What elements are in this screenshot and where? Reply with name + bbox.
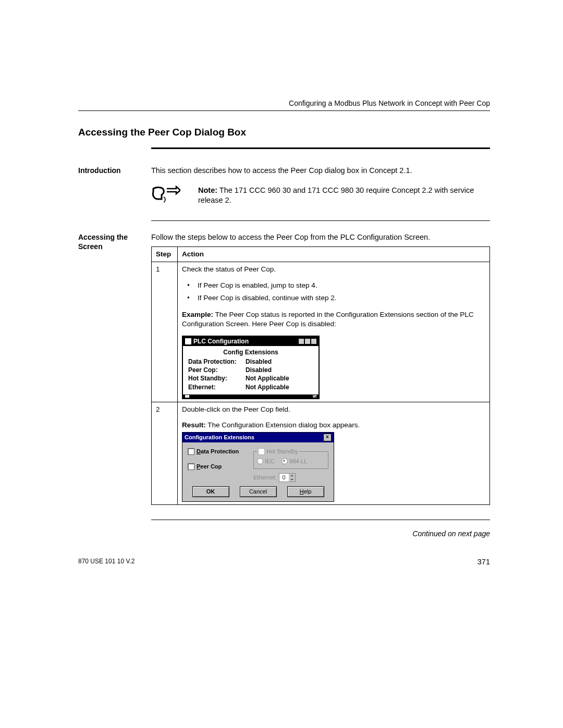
step2-result: Result: The Configuration Extension dial… — [182, 421, 485, 430]
header-chapter: Configuring a Modbus Plus Network in Con… — [78, 99, 490, 107]
checkbox-data-protection[interactable]: Data Protection — [188, 448, 245, 455]
plc-key: Peer Cop: — [188, 366, 246, 374]
result-text: The Configuration Extension dialog box a… — [207, 421, 360, 429]
checkbox-icon — [188, 448, 194, 455]
close-icon[interactable]: × — [323, 434, 332, 441]
plc-row: Ethernet: Not Applicable — [188, 383, 313, 391]
radio-icon — [282, 458, 288, 464]
ethernet-value: 0 — [279, 474, 289, 482]
example-text: The Peer Cop status is reported in the C… — [182, 311, 474, 328]
plc-val: Disabled — [246, 357, 272, 366]
step1-line1: Check the status of Peer Cop. — [182, 265, 485, 274]
config-extensions-dialog: Configuration Extensions × Data Prot — [182, 432, 334, 501]
plc-config-window: PLC Configuration Config Extensions Data… — [182, 336, 320, 399]
plc-footer-bar — [183, 394, 319, 398]
radio-iec[interactable]: IEC — [257, 458, 274, 465]
hot-standby-label: Hot Standby — [266, 448, 298, 455]
ethernet-spinner[interactable]: 0 — [279, 473, 296, 482]
plc-key: Data Protection: — [188, 357, 246, 366]
plc-val: Not Applicable — [246, 374, 289, 382]
ok-button[interactable]: OK — [192, 486, 229, 497]
table-row: 1 Check the status of Peer Cop. If Peer … — [152, 262, 490, 402]
header-rule — [78, 110, 490, 111]
help-button[interactable]: Help — [287, 486, 324, 497]
checkbox-label: Peer Cop — [197, 463, 222, 471]
spinner-buttons[interactable] — [289, 474, 295, 482]
step2-num: 2 — [152, 402, 178, 504]
checkbox-label: Data Protection — [197, 448, 239, 455]
plc-row: Peer Cop: Disabled — [188, 366, 313, 374]
plc-key: Ethernet: — [188, 383, 246, 391]
plc-val: Disabled — [246, 366, 272, 374]
note-label: Note: — [198, 186, 217, 194]
dialog-titlebar[interactable]: Configuration Extensions × — [182, 433, 334, 442]
step1-bullet1: If Peer Cop is enabled, jump to step 4. — [182, 281, 485, 290]
ethernet-label: Ethernet: — [253, 474, 277, 482]
steps-table: Step Action 1 Check the status of Peer C… — [151, 246, 490, 504]
radio-icon — [257, 458, 263, 464]
plc-row: Data Protection: Disabled — [188, 357, 313, 366]
step2-line1: Double-click on the Peer Cop field. — [182, 405, 485, 414]
window-controls — [299, 339, 316, 344]
result-label: Result: — [182, 421, 206, 429]
access-lead: Follow the steps below to access the Pee… — [151, 232, 490, 243]
plc-titlebar: PLC Configuration — [183, 337, 319, 346]
radio-label: IEC — [265, 458, 274, 465]
example-label: Example: — [182, 311, 213, 318]
footer-page: 371 — [478, 558, 490, 566]
footer-doc: 870 USE 101 10 V.2 — [78, 558, 134, 566]
window-icon — [185, 338, 191, 344]
plc-val: Not Applicable — [246, 383, 289, 391]
continued-text: Continued on next page — [78, 529, 490, 538]
plc-subtitle: Config Extensions — [188, 348, 313, 356]
intro-text: This section describes how to access the… — [151, 166, 490, 176]
note-icon — [151, 186, 182, 203]
step1-num: 1 — [152, 262, 178, 402]
note-body: The 171 CCC 960 30 and 171 CCC 980 30 re… — [198, 186, 474, 205]
radio-label: 984 LL — [289, 458, 307, 465]
plc-row: Hot Standby: Not Applicable — [188, 374, 313, 382]
dialog-title-text: Configuration Extensions — [185, 434, 254, 441]
checkbox-icon — [258, 448, 265, 455]
checkbox-peer-cop[interactable]: Peer Cop — [188, 463, 245, 471]
plc-title-text: PLC Configuration — [193, 337, 249, 346]
col-step: Step — [152, 247, 178, 262]
title-underline — [151, 147, 490, 149]
ethernet-row: Ethernet: 0 — [253, 473, 328, 482]
note-text-block: Note: The 171 CCC 960 30 and 171 CCC 980… — [198, 186, 490, 206]
step1-bullet2: If Peer Cop is disabled, continue with s… — [182, 293, 485, 303]
plc-key: Hot Standby: — [188, 374, 246, 382]
table-row: 2 Double-click on the Peer Cop field. Re… — [152, 402, 490, 504]
hot-standby-legend[interactable]: Hot Standby — [257, 448, 299, 455]
checkbox-icon — [188, 463, 194, 470]
col-action: Action — [178, 247, 490, 262]
radio-984ll[interactable]: 984 LL — [282, 458, 307, 465]
divider-2 — [151, 520, 490, 520]
sidehead-accessing: Accessing the Screen — [78, 232, 141, 505]
hot-standby-group: Hot Standby IEC — [253, 448, 328, 469]
step1-example: Example: The Peer Cop status is reported… — [182, 310, 485, 329]
sidehead-introduction: Introduction — [78, 166, 141, 206]
page-title: Accessing the Peer Cop Dialog Box — [78, 127, 490, 138]
cancel-button[interactable]: Cancel — [240, 486, 277, 497]
